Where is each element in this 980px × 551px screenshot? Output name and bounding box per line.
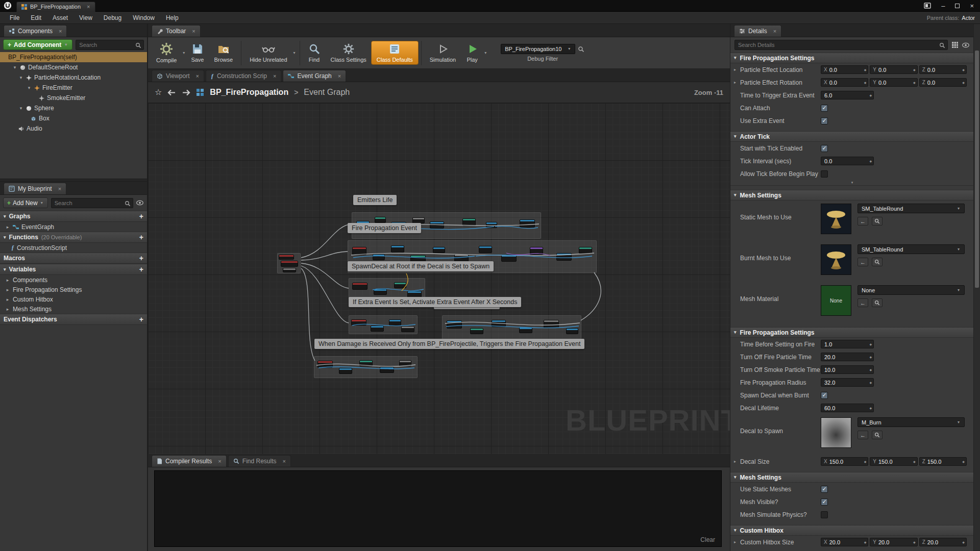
spinner-icon[interactable]: ◆ bbox=[864, 68, 867, 71]
debug-object-dropdown[interactable]: BP_FirePropagation10 ▾ bbox=[501, 44, 575, 54]
graph-node[interactable] bbox=[373, 254, 385, 260]
use-selected-asset-button[interactable]: ← bbox=[857, 298, 868, 307]
close-icon[interactable]: × bbox=[195, 73, 199, 79]
eye-icon[interactable] bbox=[962, 42, 970, 48]
number-value[interactable]: 60.0 bbox=[824, 405, 867, 411]
details-search-input[interactable] bbox=[738, 42, 936, 48]
browse-to-asset-button[interactable] bbox=[872, 217, 883, 226]
variable-category-mesh-settings[interactable]: ▸ Mesh Settings bbox=[0, 304, 147, 314]
graph-node[interactable] bbox=[401, 326, 414, 332]
tree-item-fire-emitter[interactable]: ▾ FireEmitter bbox=[0, 83, 147, 93]
play-button[interactable]: Play bbox=[461, 41, 483, 64]
expander-icon[interactable]: ▸ bbox=[5, 224, 10, 230]
node-comment[interactable]: SpawnDecal at Root if the Decal is Set t… bbox=[348, 261, 494, 271]
asset-document-tab[interactable]: BP_FirePropagation × bbox=[16, 2, 95, 12]
add-function-button[interactable]: + bbox=[139, 234, 143, 241]
favorite-star-icon[interactable]: ☆ bbox=[155, 88, 162, 96]
minimize-button[interactable]: – bbox=[941, 3, 945, 9]
graph-node[interactable] bbox=[492, 320, 506, 327]
z-value[interactable]: 0.0 bbox=[927, 67, 961, 73]
checkbox[interactable]: ✓ bbox=[821, 170, 828, 178]
x-input[interactable]: X0.0◆ bbox=[821, 78, 868, 87]
tree-item-audio[interactable]: Audio bbox=[0, 123, 147, 134]
z-input[interactable]: Z150.0◆ bbox=[919, 457, 967, 466]
add-variable-button[interactable]: + bbox=[139, 266, 143, 273]
graph-node[interactable] bbox=[389, 319, 401, 325]
node-comment[interactable]: Fire Propagation Event bbox=[348, 223, 421, 233]
section-header-mesh-settings[interactable]: ▾ Mesh Settings bbox=[730, 190, 974, 201]
graph-node[interactable] bbox=[391, 245, 404, 253]
close-icon[interactable]: × bbox=[59, 29, 62, 34]
list-item-constructionscript[interactable]: ƒ ConstructionScript bbox=[0, 243, 147, 253]
back-icon[interactable] bbox=[167, 89, 176, 96]
tab-viewport[interactable]: Viewport × bbox=[152, 70, 204, 82]
expander-icon[interactable]: ▾ bbox=[18, 106, 23, 111]
asset-thumbnail[interactable] bbox=[821, 204, 851, 234]
tab-toolbar[interactable]: Toolbar × bbox=[152, 25, 201, 37]
menu-asset[interactable]: Asset bbox=[47, 12, 74, 23]
graph-node[interactable] bbox=[462, 218, 476, 226]
spinner-icon[interactable]: ◆ bbox=[962, 68, 965, 71]
x-value[interactable]: 0.0 bbox=[829, 80, 862, 86]
components-search[interactable] bbox=[76, 40, 144, 50]
add-graph-button[interactable]: + bbox=[139, 213, 143, 220]
expander-icon[interactable]: ▸ bbox=[5, 297, 10, 302]
graph-node[interactable] bbox=[281, 261, 298, 267]
expander-icon[interactable]: ▸ bbox=[5, 307, 10, 312]
x-value[interactable]: 20.0 bbox=[829, 539, 862, 545]
graph-node[interactable] bbox=[283, 268, 296, 272]
hide-unrelated-button[interactable]: Hide Unrelated bbox=[244, 41, 292, 64]
node-comment[interactable]: Emitters Life bbox=[353, 195, 397, 205]
variables-section-header[interactable]: ▾ Variables + bbox=[0, 264, 147, 275]
class-defaults-button[interactable]: Class Defaults bbox=[372, 41, 418, 64]
my-blueprint-search-input[interactable] bbox=[55, 200, 121, 206]
spinner-icon[interactable]: ◆ bbox=[869, 381, 872, 384]
graph-node[interactable] bbox=[352, 247, 366, 255]
browse-to-asset-button[interactable] bbox=[872, 298, 883, 307]
details-scrollbar[interactable] bbox=[973, 24, 980, 551]
spinner-icon[interactable]: ◆ bbox=[864, 541, 867, 544]
tree-item-self[interactable]: BP_FirePropagation(self) bbox=[0, 52, 147, 62]
tree-item-scene-root[interactable]: ▾ DefaultSceneRoot bbox=[0, 62, 147, 72]
z-value[interactable]: 0.0 bbox=[927, 80, 961, 86]
graph-node[interactable] bbox=[519, 327, 532, 333]
graph-node[interactable] bbox=[399, 360, 411, 366]
x-input[interactable]: X150.0◆ bbox=[821, 457, 868, 466]
x-input[interactable]: X20.0◆ bbox=[821, 538, 868, 546]
number-input[interactable]: 20.0◆ bbox=[821, 353, 874, 361]
close-icon[interactable]: × bbox=[87, 4, 90, 10]
section-header-mesh-settings-2[interactable]: ▾ Mesh Settings bbox=[730, 472, 974, 483]
scrollbar-thumb[interactable] bbox=[975, 51, 979, 288]
graph-node[interactable] bbox=[317, 361, 333, 368]
maximize-button[interactable] bbox=[955, 4, 960, 8]
menu-help[interactable]: Help bbox=[160, 12, 184, 23]
compile-button[interactable]: Compile bbox=[151, 41, 182, 65]
number-input[interactable]: 32.0◆ bbox=[821, 378, 874, 387]
class-settings-button[interactable]: Class Settings bbox=[326, 41, 372, 64]
components-search-input[interactable] bbox=[79, 42, 132, 48]
y-value[interactable]: 150.0 bbox=[878, 459, 911, 465]
asset-dropdown[interactable]: None▾ bbox=[857, 285, 965, 295]
z-input[interactable]: Z20.0◆ bbox=[919, 538, 967, 546]
use-selected-asset-button[interactable]: ← bbox=[857, 431, 868, 439]
graph-node[interactable] bbox=[351, 319, 366, 325]
number-input[interactable]: 6.0◆ bbox=[821, 91, 874, 99]
x-value[interactable]: 150.0 bbox=[829, 459, 862, 465]
number-value[interactable]: 1.0 bbox=[824, 341, 867, 347]
graph-node[interactable] bbox=[566, 328, 578, 334]
checkbox[interactable]: ✓ bbox=[821, 486, 828, 493]
number-value[interactable]: 20.0 bbox=[824, 354, 867, 360]
browse-button[interactable]: Browse bbox=[209, 41, 238, 64]
number-input[interactable]: 60.0◆ bbox=[821, 404, 874, 412]
graph-node[interactable] bbox=[352, 283, 368, 290]
graph-node[interactable] bbox=[579, 247, 592, 254]
close-icon[interactable]: × bbox=[773, 29, 776, 34]
section-header-custom-hitbox[interactable]: ▾ Custom Hitbox bbox=[730, 525, 974, 536]
y-value[interactable]: 0.0 bbox=[878, 67, 911, 73]
asset-dropdown[interactable]: M_Burn▾ bbox=[857, 417, 965, 427]
expander-icon[interactable]: ▸ bbox=[5, 287, 10, 292]
y-input[interactable]: Y20.0◆ bbox=[870, 538, 917, 546]
variable-category-custom-hitbox[interactable]: ▸ Custom Hitbox bbox=[0, 294, 147, 304]
forward-icon[interactable] bbox=[182, 89, 190, 96]
parent-class-value[interactable]: Actor bbox=[962, 15, 975, 21]
